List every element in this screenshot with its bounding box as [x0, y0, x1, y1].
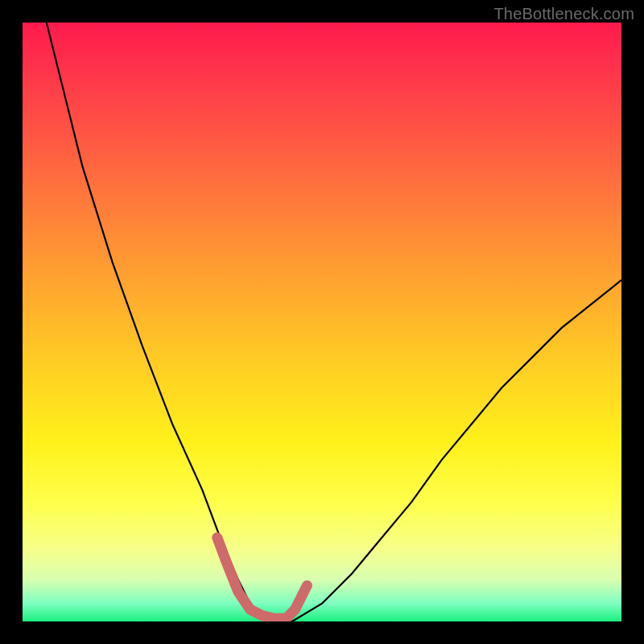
- chart-frame: TheBottleneck.com: [0, 0, 644, 644]
- watermark-text: TheBottleneck.com: [493, 5, 634, 23]
- plot-area: [23, 23, 621, 621]
- bottleneck-curve: [47, 23, 621, 621]
- highlight-segment: [217, 538, 308, 619]
- curve-layer: [23, 23, 621, 621]
